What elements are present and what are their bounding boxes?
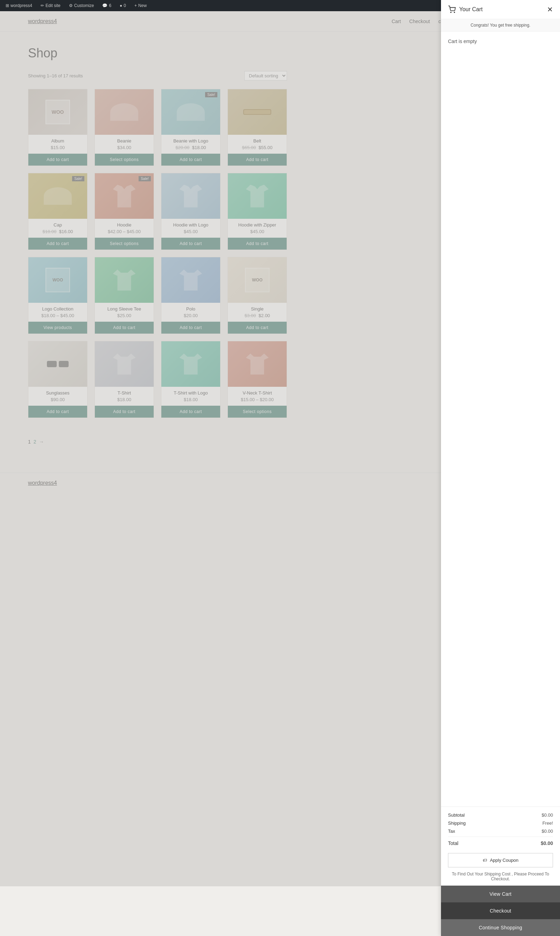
apply-coupon-button[interactable]: 🏷 Apply Coupon [448, 853, 553, 867]
total-label: Total [448, 841, 458, 846]
total-value: $0.00 [541, 841, 553, 846]
nav-checkout[interactable]: Checkout [409, 18, 430, 24]
cart-empty-area: Cart is empty [441, 31, 560, 807]
edit-icon: ✏ [41, 3, 44, 8]
product-image [162, 173, 220, 219]
product-image [228, 341, 287, 387]
add-to-cart-button[interactable]: Add to cart [28, 154, 87, 166]
product-card: Long Sleeve Tee $25.00 Add to cart [94, 257, 154, 334]
wp-icon: ⊞ [6, 3, 9, 8]
add-to-cart-button[interactable]: Add to cart [228, 154, 287, 166]
product-card: V-Neck T-Shirt $15.00 – $20.00 Select op… [228, 341, 287, 418]
add-to-cart-button[interactable]: Select options [95, 238, 154, 249]
product-name: Logo Collection [32, 306, 83, 311]
add-to-cart-button[interactable]: View products [28, 322, 87, 334]
admin-customize[interactable]: ⚙ Customize [68, 3, 95, 8]
admin-wp-logo[interactable]: ⊞ wordpress4 [4, 3, 34, 8]
old-price: $20.00 [175, 145, 189, 150]
product-image [95, 341, 154, 387]
main-content: Shop Showing 1–16 of 17 results Default … [0, 32, 315, 473]
cart-panel: Your Cart ✕ Congrats! You get free shipp… [441, 0, 560, 886]
product-price: $18.00 [99, 397, 149, 402]
product-price: $18.00 [166, 397, 216, 402]
svg-point-0 [451, 12, 451, 12]
product-image [28, 341, 87, 387]
old-price: $18.00 [42, 229, 56, 234]
product-image [162, 341, 220, 387]
product-image [95, 89, 154, 135]
product-info: Hoodie with Zipper $45.00 [228, 219, 287, 234]
add-to-cart-button[interactable]: Add to cart [95, 406, 154, 417]
new-price: $18.00 [192, 145, 206, 150]
product-info: T-Shirt $18.00 [95, 387, 154, 402]
updates-icon: ● [120, 3, 122, 8]
product-info: V-Neck T-Shirt $15.00 – $20.00 [228, 387, 287, 402]
product-price: $18.00 $16.00 [32, 229, 83, 234]
add-to-cart-button[interactable]: Add to cart [28, 238, 87, 249]
product-card: Sale! Cap $18.00 $16.00 Add to cart [28, 173, 88, 250]
product-price: $42.00 – $45.00 [99, 229, 149, 234]
admin-site-name: wordpress4 [11, 3, 32, 8]
admin-updates[interactable]: ● 0 [118, 3, 128, 8]
pagination-current: 1 [28, 439, 31, 445]
pagination-arrow: → [39, 439, 44, 445]
product-name: T-Shirt [99, 390, 149, 396]
product-price: $15.00 – $20.00 [232, 397, 282, 402]
product-price: $90.00 [32, 397, 83, 402]
add-to-cart-button[interactable]: Add to cart [228, 322, 287, 334]
product-card: Sale! Hoodie $42.00 – $45.00 Select opti… [94, 173, 154, 250]
product-info: Cap $18.00 $16.00 [28, 219, 87, 234]
product-grid: WOO Album $15.00 Add to cart Beanie $34.… [28, 89, 287, 418]
add-to-cart-button[interactable]: Add to cart [162, 406, 220, 417]
admin-comments[interactable]: 💬 6 [101, 3, 113, 8]
comment-icon: 💬 [102, 3, 108, 8]
add-to-cart-button[interactable]: Add to cart [95, 322, 154, 334]
add-to-cart-button[interactable]: Add to cart [162, 154, 220, 166]
product-card: Sale! Beanie with Logo $20.00 $18.00 Add… [161, 89, 220, 166]
product-price: $45.00 [166, 229, 216, 234]
cart-close-button[interactable]: ✕ [547, 6, 553, 13]
product-image [228, 173, 287, 219]
product-image [95, 257, 154, 303]
subtotal-label: Subtotal [448, 813, 465, 818]
cart-free-shipping-notice: Congrats! You get free shipping. [441, 19, 560, 31]
cart-total-row: Total $0.00 [448, 837, 553, 846]
add-to-cart-button[interactable]: Add to cart [228, 238, 287, 249]
footer-logo[interactable]: wordpress4 [28, 480, 57, 486]
cart-panel-title: Your Cart [459, 6, 483, 12]
add-to-cart-button[interactable]: Add to cart [28, 406, 87, 417]
product-info: Beanie $34.00 [95, 135, 154, 150]
admin-new[interactable]: + New [133, 3, 148, 8]
svg-point-1 [454, 12, 455, 12]
product-image [228, 89, 287, 135]
product-price: $25.00 [99, 313, 149, 318]
product-name: Polo [166, 306, 216, 311]
product-info: Beanie with Logo $20.00 $18.00 [162, 135, 220, 150]
product-price: $18.00 – $45.00 [32, 313, 83, 318]
sort-select[interactable]: Default sorting [244, 71, 287, 80]
product-name: Hoodie [99, 222, 149, 228]
pagination-next[interactable]: 2 [34, 439, 36, 445]
add-to-cart-button[interactable]: Select options [95, 154, 154, 166]
product-info: Polo $20.00 [162, 303, 220, 318]
shipping-label: Shipping [448, 821, 466, 826]
nav-cart[interactable]: Cart [392, 18, 401, 24]
admin-edit-site[interactable]: ✏ Edit site [39, 3, 62, 8]
view-cart-button[interactable]: View Cart [441, 885, 560, 886]
product-name: Sunglasses [32, 390, 83, 396]
product-card: WOO Album $15.00 Add to cart [28, 89, 88, 166]
product-card: Belt $65.00 $55.00 Add to cart [228, 89, 287, 166]
cart-totals: Subtotal $0.00 Shipping Free! Tax $0.00 … [441, 807, 560, 849]
customize-icon: ⚙ [69, 3, 73, 8]
shipping-value: Free! [543, 821, 553, 826]
site-logo[interactable]: wordpress4 [28, 18, 57, 25]
cart-title-area: Your Cart [448, 6, 483, 13]
add-to-cart-button[interactable]: Add to cart [162, 238, 220, 249]
results-count: Showing 1–16 of 17 results [28, 73, 83, 79]
product-price: $34.00 [99, 145, 149, 150]
product-price: $3.00 $2.00 [232, 313, 282, 318]
product-card: Hoodie with Zipper $45.00 Add to cart [228, 173, 287, 250]
add-to-cart-button[interactable]: Select options [228, 406, 287, 417]
add-to-cart-button[interactable]: Add to cart [162, 322, 220, 334]
sale-badge: Sale! [72, 176, 85, 181]
